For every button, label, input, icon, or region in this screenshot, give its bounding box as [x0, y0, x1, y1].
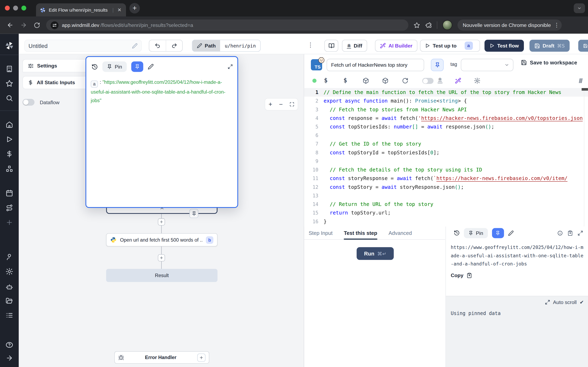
copy-button[interactable]: Copy	[451, 273, 584, 278]
package-icon[interactable]	[382, 77, 389, 84]
code-line[interactable]: 1// Define the main function to fetch th…	[304, 88, 588, 97]
runs-play-icon[interactable]	[6, 136, 13, 143]
step-summary-input[interactable]	[327, 59, 424, 71]
code-line[interactable]: 5 const topStoriesIds: number[] = await …	[304, 123, 588, 131]
code-editor[interactable]: 1// Define the main function to fetch th…	[304, 88, 588, 227]
pin-button[interactable]: Pin	[102, 61, 126, 72]
reload-icon[interactable]	[402, 77, 408, 84]
copy-clipboard-icon[interactable]	[567, 230, 573, 236]
browser-menu-icon[interactable]: ⋮	[554, 22, 560, 29]
test-flow-button[interactable]: Test flow	[484, 40, 524, 52]
dataflow-toggle[interactable]	[22, 99, 35, 106]
search-icon[interactable]	[6, 94, 13, 102]
insert-step-button[interactable]	[158, 254, 165, 261]
code-line[interactable]: 6	[304, 131, 588, 140]
redo-button[interactable]	[166, 40, 182, 51]
code-line[interactable]: 9	[304, 157, 588, 166]
editor-toggle[interactable]	[422, 78, 433, 84]
settings-gear-icon[interactable]	[6, 268, 13, 275]
edit-name-pencil-icon[interactable]	[132, 43, 138, 49]
history-icon[interactable]	[91, 63, 98, 70]
extensions-icon[interactable]	[425, 22, 432, 28]
code-line[interactable]: 14 // Return the URL of the top story	[304, 200, 588, 209]
edit-pencil-icon[interactable]	[148, 64, 154, 69]
code-line[interactable]: 3 // Fetch the top stories from Hacker N…	[304, 105, 588, 114]
site-info-icon[interactable]	[51, 21, 59, 29]
autoscroll-control[interactable]: Auto scroll ✔	[545, 299, 584, 305]
chrome-update-button[interactable]: Nouvelle version de Chrome disponible ⋮	[458, 20, 562, 31]
history-icon[interactable]	[454, 230, 459, 236]
draft-button[interactable]: Draft ⌘S	[529, 40, 570, 52]
home-icon[interactable]	[6, 121, 13, 128]
expand-icon[interactable]	[228, 64, 233, 69]
flow-node-b[interactable]: Open url and fetch first 500 words of ..…	[106, 233, 218, 246]
diff-button[interactable]: ± Diff	[342, 40, 367, 52]
undo-button[interactable]	[149, 40, 166, 51]
assistant-panel-icon[interactable]	[577, 77, 584, 84]
path-button[interactable]: Path	[192, 40, 220, 51]
deploy-button[interactable]: Deploy	[578, 40, 588, 52]
code-line[interactable]: 8 const topStoryId = topStoriesIds[0];	[304, 148, 588, 157]
insert-step-button[interactable]	[158, 218, 165, 225]
profile-avatar[interactable]	[442, 20, 452, 30]
ai-builder-button[interactable]: AI Builder	[375, 40, 417, 52]
workers-robot-icon[interactable]	[6, 283, 13, 290]
pinned-json-viewer[interactable]: a: "https://www.geoffreylitt.com/2025/04…	[86, 72, 237, 105]
reload-icon[interactable]	[34, 22, 40, 28]
resource-picker-icon[interactable]: $	[343, 77, 347, 84]
variables-dollar-icon[interactable]	[6, 150, 13, 158]
schedules-calendar-icon[interactable]	[6, 189, 13, 197]
result-url[interactable]: https://www.geoffreylitt.com/2025/04/12/…	[451, 243, 584, 268]
favorites-star-icon[interactable]	[6, 80, 13, 87]
editor-settings-gear-icon[interactable]	[474, 77, 480, 84]
new-tab-button[interactable]: +	[130, 3, 140, 13]
windmill-logo-icon[interactable]	[5, 41, 14, 50]
bookmark-star-icon[interactable]	[414, 22, 420, 28]
resources-boxes-icon[interactable]	[6, 165, 13, 173]
code-line[interactable]: 4 const response = await fetch('https://…	[304, 114, 588, 122]
tab-test-this-step[interactable]: Test this step	[344, 226, 377, 239]
docs-book-button[interactable]	[324, 40, 338, 52]
code-line[interactable]: 10 // Fetch the details of the top story…	[304, 166, 588, 174]
flow-name-field[interactable]: Untitled	[24, 40, 142, 52]
pinned-active-button[interactable]	[131, 61, 143, 72]
pinned-active-button[interactable]	[492, 228, 504, 238]
close-window-button[interactable]	[5, 6, 10, 11]
add-plus-icon[interactable]	[6, 219, 13, 226]
variable-picker-icon[interactable]: $	[324, 77, 328, 84]
expand-icon[interactable]	[545, 300, 550, 305]
run-button[interactable]: Run ⌘↵	[357, 247, 394, 260]
code-line[interactable]: 12 const topStory = await storyResponse.…	[304, 183, 588, 191]
pin-button[interactable]: Pin	[464, 228, 488, 238]
logs-list-icon[interactable]	[6, 312, 13, 319]
flows-route-icon[interactable]	[6, 204, 13, 212]
url-bar[interactable]: app.windmill.dev/flows/edit/u/henri/pin_…	[46, 20, 408, 31]
code-line[interactable]: 2export async function main(): Promise<s…	[304, 97, 588, 105]
path-group[interactable]: Path u/henri/pin	[192, 40, 260, 52]
code-line[interactable]: 7 // Get the ID of the top story	[304, 140, 588, 148]
tab-search-chevron-icon[interactable]	[574, 3, 585, 13]
add-error-handler-button[interactable]	[197, 353, 205, 361]
error-handler-node[interactable]: Error Handler	[114, 351, 209, 364]
editor-scrollbar[interactable]	[582, 88, 588, 91]
code-line[interactable]: 15 return topStory.url;	[304, 209, 588, 217]
diff-plus-minus-icon[interactable]: ±	[438, 76, 442, 83]
back-icon[interactable]	[7, 22, 13, 29]
close-tab-icon[interactable]: ✕	[117, 7, 122, 13]
test-up-to-button[interactable]: Test up to a	[420, 40, 480, 52]
code-line[interactable]: 16}	[304, 217, 588, 226]
tab-step-input[interactable]: Step Input	[309, 226, 333, 239]
more-options-icon[interactable]: ⋮	[307, 41, 313, 48]
folders-icon[interactable]	[6, 297, 13, 305]
code-line[interactable]: 13	[304, 192, 588, 200]
info-icon[interactable]	[557, 230, 563, 236]
flow-node-result[interactable]: Result	[106, 269, 218, 282]
fullscreen-icon[interactable]	[578, 230, 583, 236]
browser-tab[interactable]: Edit Flow u/henri/pin_results | ✕	[36, 3, 126, 17]
collapse-sidebar-arrow-icon[interactable]	[6, 354, 13, 362]
test-up-to-target-badge[interactable]: a	[465, 42, 473, 50]
help-icon[interactable]	[6, 341, 13, 349]
forward-icon[interactable]	[20, 22, 27, 29]
node-pin-badge-icon[interactable]	[190, 209, 199, 218]
package-icon[interactable]	[363, 77, 369, 84]
